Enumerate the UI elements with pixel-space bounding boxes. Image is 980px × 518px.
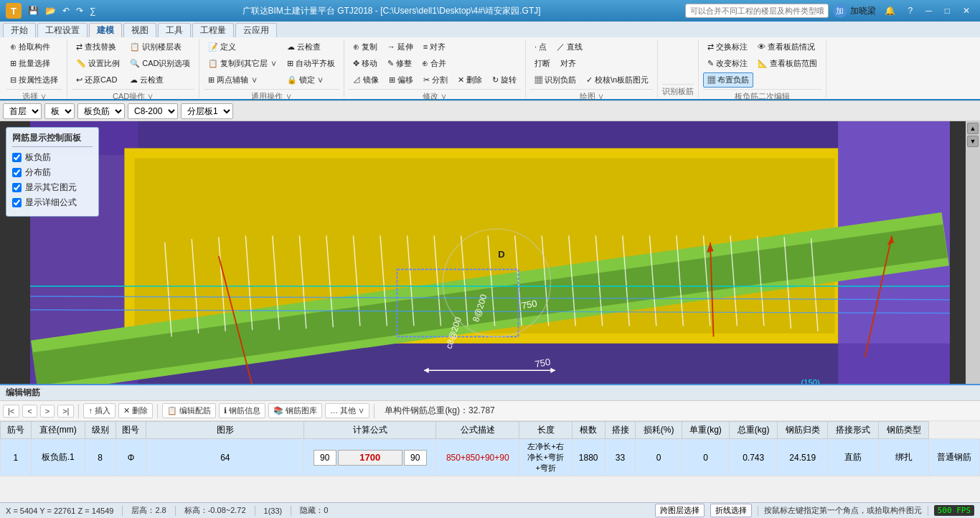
cell-total-weight: 24.519 bbox=[777, 439, 827, 476]
identify-neg-rebar-button[interactable]: ▦ 识别负筋 bbox=[530, 72, 580, 88]
pickup-component-button[interactable]: ⊕ 拾取构件 bbox=[6, 39, 62, 55]
shape-right-input[interactable] bbox=[404, 450, 427, 466]
formula-button[interactable]: ∑ bbox=[88, 4, 98, 17]
tab-project-settings[interactable]: 工程设置 bbox=[37, 23, 88, 37]
help-button[interactable]: ? bbox=[904, 4, 918, 17]
copy-other-button[interactable]: 📋 复制到其它层 ∨ bbox=[204, 56, 281, 71]
cell-category: 直筋 bbox=[828, 439, 878, 476]
view-rebar-info-button[interactable]: 👁 查看板筋情况 bbox=[753, 39, 819, 55]
th-id: 筋号 bbox=[1, 422, 32, 439]
component-type-selector[interactable]: 板 bbox=[44, 103, 75, 119]
other-elements-checkbox[interactable] bbox=[12, 183, 22, 192]
batch-select-button[interactable]: ⊞ 批量选择 bbox=[6, 56, 62, 71]
table-row[interactable]: 1 板负筋.1 8 Φ 64 1700 bbox=[1, 439, 980, 476]
exchange-label-button[interactable]: ⇄ 交换标注 bbox=[703, 39, 752, 55]
tab-start[interactable]: 开始 bbox=[3, 23, 36, 37]
set-scale-button[interactable]: 📏 设置比例 bbox=[72, 56, 124, 71]
titlebar-left: T 💾 📂 ↶ ↷ ∑ bbox=[6, 3, 98, 19]
modify-label-button[interactable]: ✎ 改变标注 bbox=[703, 56, 752, 71]
tab-view[interactable]: 视图 bbox=[123, 23, 156, 37]
cell-shape[interactable]: 1700 bbox=[304, 439, 436, 476]
shape-left-input[interactable] bbox=[314, 450, 336, 466]
sep-3 bbox=[255, 506, 255, 516]
goto-last-button[interactable]: >| bbox=[57, 405, 74, 418]
layer-selector[interactable]: 分层板1 bbox=[181, 103, 233, 119]
identify-floor-button[interactable]: 📋 识别楼层表 bbox=[126, 39, 194, 55]
rotate-button[interactable]: ↻ 旋转 bbox=[488, 72, 521, 88]
th-grade: 级别 bbox=[85, 422, 116, 439]
rebar-info-button[interactable]: ℹ 钢筋信息 bbox=[219, 403, 265, 418]
save-button[interactable]: 💾 bbox=[26, 4, 41, 17]
goto-prev-button[interactable]: < bbox=[22, 405, 37, 418]
layout-rebar-button[interactable]: ▦ 布置负筋 bbox=[703, 72, 753, 88]
two-point-axis-button[interactable]: ⊞ 两点辅轴 ∨ bbox=[204, 72, 281, 88]
goto-first-button[interactable]: |< bbox=[3, 405, 19, 418]
global-search-input[interactable] bbox=[685, 4, 829, 18]
tab-quantities[interactable]: 工程量 bbox=[192, 23, 234, 37]
align-button[interactable]: ≡ 对齐 bbox=[419, 39, 450, 55]
copy-button[interactable]: ⊕ 复制 bbox=[349, 39, 382, 55]
detail-formula-checkbox[interactable] bbox=[12, 198, 22, 207]
line-draw-button[interactable]: ／ 直线 bbox=[552, 39, 587, 55]
group-label-secondary: 板负筋二次编辑 bbox=[703, 89, 821, 103]
rebar-type-selector[interactable]: 板负筋 bbox=[77, 103, 125, 119]
toolbar-sep-2 bbox=[157, 404, 158, 418]
cross-layer-select-button[interactable]: 跨图层选择 bbox=[655, 504, 705, 517]
undo-button[interactable]: ↶ bbox=[60, 4, 72, 17]
lock-button[interactable]: 🔒 锁定 ∨ bbox=[283, 72, 339, 88]
polyline-select-button[interactable]: 折线选择 bbox=[710, 504, 752, 517]
rebar-spec-selector[interactable]: C8-200 bbox=[128, 103, 178, 119]
maximize-button[interactable]: □ bbox=[941, 4, 954, 17]
define-button[interactable]: 📝 定义 bbox=[204, 39, 281, 55]
insert-button[interactable]: ↑ 插入 bbox=[83, 403, 116, 418]
th-length: 长度 bbox=[519, 422, 572, 439]
other-button[interactable]: … 其他 ∨ bbox=[325, 403, 369, 418]
display-control-panel: 网筋显示控制面板 板负筋 分布筋 显示其它图元 显示详细公式 bbox=[6, 127, 99, 217]
scroll-down-button[interactable]: ▼ bbox=[967, 136, 979, 147]
merge-button[interactable]: ⊕ 合并 bbox=[418, 56, 451, 71]
th-category: 钢筋归类 bbox=[777, 422, 827, 439]
cloud-check-button[interactable]: ☁ 云检查 bbox=[126, 72, 194, 88]
close-button[interactable]: ✕ bbox=[958, 4, 974, 17]
svg-text:D: D bbox=[498, 249, 504, 260]
offset-button[interactable]: ⊞ 偏移 bbox=[385, 72, 418, 88]
mirror-button[interactable]: ⊿ 镜像 bbox=[349, 72, 383, 88]
notification-button[interactable]: 🔔 bbox=[880, 4, 900, 17]
move-button[interactable]: ✥ 移动 bbox=[349, 56, 382, 71]
cell-id: 1 bbox=[1, 439, 32, 476]
attr-select-button[interactable]: ⊟ 按属性选择 bbox=[6, 72, 62, 88]
tab-tools[interactable]: 工具 bbox=[158, 23, 191, 37]
point-draw-button[interactable]: · 点 bbox=[530, 39, 551, 55]
打断-button[interactable]: 打断 bbox=[530, 56, 555, 71]
delete-button[interactable]: ✕ 删除 bbox=[453, 72, 486, 88]
dist-rebar-checkbox[interactable] bbox=[12, 168, 22, 177]
restore-cad-button[interactable]: ↩ 还原CAD bbox=[72, 72, 124, 88]
plate-rebar-checkbox[interactable] bbox=[12, 153, 22, 162]
scroll-up-button[interactable]: ▲ bbox=[967, 123, 979, 134]
tab-modeling[interactable]: 建模 bbox=[89, 23, 122, 37]
status-bar: X = 5404 Y = 22761 Z = 14549 层高：2.8 标高：-… bbox=[0, 502, 980, 518]
rebar-table-container[interactable]: 筋号 直径(mm) 级别 图号 图形 计算公式 公式描述 长度 根数 搭接 损耗… bbox=[0, 421, 980, 486]
th-drawing: 图号 bbox=[116, 422, 146, 439]
find-replace-button[interactable]: ⇄ 查找替换 bbox=[72, 39, 124, 55]
tab-cloud[interactable]: 云应用 bbox=[235, 23, 277, 37]
canvas-viewport[interactable]: c8@200 8@200 750 750 净长+搭接+搭接 =5000+150+… bbox=[0, 121, 980, 384]
extend-button[interactable]: → 延伸 bbox=[383, 39, 418, 55]
edit-config-button[interactable]: 📋 编辑配筋 bbox=[162, 403, 216, 418]
cloud-check2-button[interactable]: ☁ 云检查 bbox=[283, 39, 339, 55]
rebar-library-button[interactable]: 📚 钢筋图库 bbox=[268, 403, 322, 418]
redo-button[interactable]: ↷ bbox=[74, 4, 85, 17]
view-rebar-range-button[interactable]: 📐 查看板筋范围 bbox=[753, 56, 821, 71]
th-overlap: 搭接 bbox=[605, 422, 636, 439]
floor-selector[interactable]: 首层 bbox=[3, 103, 42, 119]
modify-button[interactable]: ✎ 修整 bbox=[383, 56, 416, 71]
auto-align-button[interactable]: ⊞ 自动平齐板 bbox=[283, 56, 339, 71]
对齐2-button[interactable]: 对齐 bbox=[556, 56, 580, 71]
check-plate-rebar-button[interactable]: ✓ 校核\n板筋图元 bbox=[582, 72, 653, 88]
delete-row-button[interactable]: ✕ 删除 bbox=[118, 403, 153, 418]
open-button[interactable]: 📂 bbox=[43, 4, 58, 17]
cad-identify-button[interactable]: 🔍 CAD识别选项 bbox=[126, 56, 194, 71]
split-button[interactable]: ✂ 分割 bbox=[419, 72, 452, 88]
goto-next-button[interactable]: > bbox=[40, 405, 55, 418]
minimize-button[interactable]: ─ bbox=[921, 4, 936, 17]
